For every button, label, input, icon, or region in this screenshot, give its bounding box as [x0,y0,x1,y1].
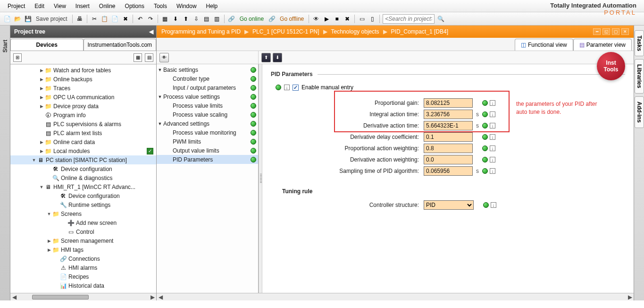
settings-nav-item[interactable]: Process value limits [157,101,258,110]
settings-nav-item[interactable]: PWM limits [157,137,258,146]
settings-nav-item[interactable]: Process value scaling [157,110,258,119]
menu-project[interactable]: Project [3,1,30,11]
tree-item[interactable]: 📊Historical data [10,281,156,290]
tree-item[interactable]: ▶📁Device proxy data [10,102,156,111]
tree-network-icon[interactable]: ⊞ [13,53,22,62]
accessible-devices-icon[interactable]: 👁 [312,15,320,23]
tree-item[interactable]: 🛠Device configuration [10,191,156,200]
tree-item[interactable]: ▶📁HMI tags [10,245,156,254]
paste-icon[interactable]: 📄 [111,15,119,23]
horizontal-scrollbar[interactable]: ◀▶ [10,293,156,300]
search-input[interactable] [383,14,435,24]
tree-item[interactable]: ▤PLC alarm text lists [10,128,156,137]
go-offline-icon[interactable]: 🔗 [268,15,276,23]
menu-insert[interactable]: Insert [71,1,94,11]
download-value-icon[interactable]: ↓ [490,134,495,140]
param-value-input[interactable] [424,166,473,176]
close-icon[interactable]: ✕ [621,28,629,35]
split-h-icon[interactable]: ▭ [358,15,366,23]
crumb-0[interactable]: Programming and Tuning a PID [161,28,241,35]
compile-icon[interactable]: ▦ [161,15,169,23]
tree-item[interactable]: ➕Add new screen [10,218,156,227]
rtsim-icon[interactable]: ▥ [213,15,221,23]
settings-nav-item[interactable]: ▼Advanced settings [157,119,258,128]
start-tab-label[interactable]: Start [2,40,8,52]
tree-item[interactable]: ▶📁Online card data [10,137,156,146]
download-value-icon[interactable]: ↓ [490,145,495,151]
tree-item[interactable]: ▶📁Watch and force tables [10,66,156,75]
menu-tools[interactable]: Tools [149,1,172,11]
crumb-2[interactable]: Technology objects [331,28,379,35]
save-icon[interactable]: 💾 [24,15,32,23]
copy-icon[interactable]: 📋 [100,15,109,23]
cut-icon[interactable]: ✂ [90,15,99,23]
tree-item[interactable]: ▼🖥HMI_RT_1 [WinCC RT Advanc... [10,182,156,191]
tree-item[interactable]: 🔗Connections [10,254,156,263]
go-online-label[interactable]: Go online [238,16,266,22]
settings-nav-item[interactable]: ▼Process value settings [157,92,258,101]
project-tree-list[interactable]: ▶📁Watch and force tables▶📁Online backups… [10,64,156,293]
sim-icon[interactable]: ▤ [202,15,211,23]
tree-item[interactable]: ▭Control [10,227,156,236]
tree-item[interactable]: ▤PLC supervisions & alarms [10,120,156,128]
maximize-icon[interactable]: ▢ [612,28,619,35]
start-cpu-icon[interactable]: ▶ [322,15,331,23]
stop-cpu-icon[interactable]: ■ [333,15,341,23]
settings-nav-item[interactable]: Controller type [157,74,258,83]
param-value-input[interactable] [424,144,473,153]
menu-edit[interactable]: Edit [30,1,49,11]
tree-item[interactable]: ▶📁Screen management [10,236,156,245]
tab-instrtools[interactable]: InstrumentationTools.com [84,39,157,51]
download-icon[interactable]: ⬇ [171,15,180,23]
editor-horizontal-scrollbar[interactable]: ◀▶ [157,293,634,300]
undo-icon[interactable]: ↶ [136,15,144,23]
tree-item[interactable]: 🛈Program info [10,111,156,120]
download-value-icon[interactable]: ↓ [491,202,496,208]
param-value-input[interactable] [424,132,473,142]
download2-icon[interactable]: ⇩ [192,15,201,23]
settings-nav-item[interactable]: PID Parameters [157,155,258,164]
settings-nav-item[interactable]: Input / output parameters [157,83,258,92]
restore-icon[interactable]: ◱ [602,28,610,35]
tree-item[interactable]: ▼📁Screens [10,209,156,218]
search-go-icon[interactable]: 🔍 [436,15,445,23]
param-value-input[interactable] [424,155,473,164]
tab-tasks[interactable]: Tasks [635,30,644,56]
download-value-icon[interactable]: ↓ [490,157,495,163]
collapse-tree-icon[interactable]: ◀ [149,28,153,35]
delete-icon[interactable]: ✖ [121,15,130,23]
tree-item[interactable]: 🔧Runtime settings [10,200,156,209]
menu-options[interactable]: Options [120,1,149,11]
menu-window[interactable]: Window [172,1,201,11]
tree-item[interactable]: ▶📁Local modules✓ [10,146,156,155]
download-value-icon[interactable]: ↓ [284,85,290,90]
settings-navigation[interactable]: ▼Basic settingsController typeInput / ou… [157,64,259,293]
tree-item[interactable]: ▶📁Traces [10,84,156,93]
download-start-icon[interactable]: ⬇ [273,53,282,62]
settings-nav-item[interactable]: Process value monitoring [157,128,258,137]
upload-start-icon[interactable]: ⬆ [261,53,271,62]
download-value-icon[interactable]: ↓ [490,168,495,174]
redo-icon[interactable]: ↷ [146,15,155,23]
new-project-icon[interactable]: 📄 [3,15,11,23]
open-project-icon[interactable]: 📂 [13,15,22,23]
tree-item[interactable]: ▶📁OPC UA communication [10,93,156,102]
go-offline-label[interactable]: Go offline [278,16,306,22]
tree-view2-icon[interactable]: ▤ [145,53,153,62]
upload-icon[interactable]: ⬆ [182,15,190,23]
tree-item[interactable]: ▼🖥PC station [SIMATIC PC station] [10,155,156,164]
crumb-3[interactable]: PID_Compact_1 [DB4] [391,28,448,35]
tab-devices[interactable]: Devices [10,39,84,51]
tree-item[interactable]: ⚠HMI alarms [10,263,156,272]
go-online-icon[interactable]: 🔗 [227,15,236,23]
menu-online[interactable]: Online [94,1,120,11]
crumb-1[interactable]: PLC_1 [CPU 1512C-1 PN] [252,28,319,35]
split-v-icon[interactable]: ▯ [368,15,376,23]
print-icon[interactable]: 🖶 [75,15,84,23]
settings-nav-item[interactable]: Output value limits [157,146,258,155]
menu-help[interactable]: Help [201,1,223,11]
cross-ref-icon[interactable]: ✖ [343,15,351,23]
controller-structure-select[interactable]: PID [424,200,474,210]
tree-item[interactable]: 🛠Device configuration [10,164,156,173]
enable-checkbox[interactable] [293,85,299,91]
